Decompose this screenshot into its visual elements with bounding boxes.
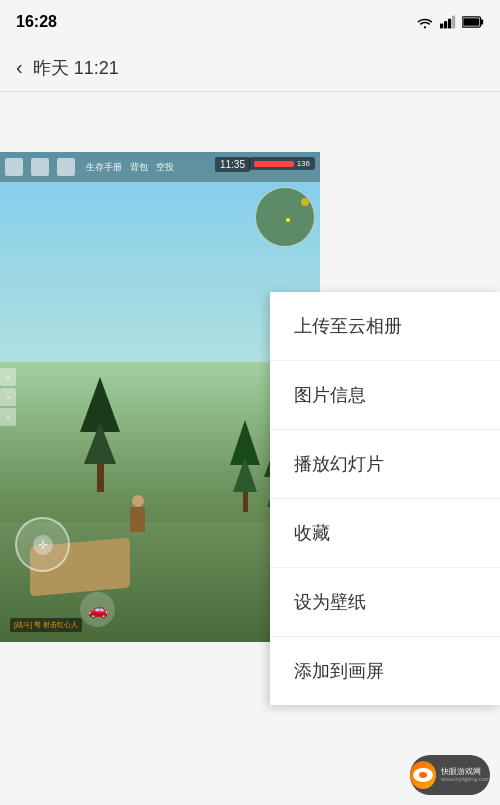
svg-rect-1 (444, 21, 447, 28)
character (130, 495, 145, 532)
nav-title: 昨天 11:21 (33, 56, 119, 80)
svg-rect-3 (452, 16, 455, 29)
logo-circle (410, 761, 436, 789)
side-btn-1: + (0, 368, 16, 386)
game-ui-icon-3 (57, 158, 75, 176)
battery-icon (462, 16, 484, 28)
game-bottom-ui: [战斗] 弩 射击红心人 (10, 618, 82, 632)
side-btn-3: + (0, 408, 16, 426)
status-icons (416, 15, 484, 29)
signal-icon (440, 15, 456, 29)
minimap-marker (301, 198, 309, 206)
menu-item-upload-cloud[interactable]: 上传至云相册 (270, 292, 500, 361)
logo-text: 快眼游戏网 www.kyligting.com (441, 767, 490, 784)
main-content: 生存手册 背包 空投 11:35 (0, 92, 500, 805)
game-top-right: 136 (249, 157, 315, 170)
minimap-player-dot (286, 218, 290, 222)
game-label-3: 空投 (156, 161, 174, 174)
menu-item-image-info[interactable]: 图片信息 (270, 361, 500, 430)
menu-item-favorite[interactable]: 收藏 (270, 499, 500, 568)
context-menu: 上传至云相册 图片信息 播放幻灯片 收藏 设为壁纸 添加到画屏 (270, 292, 500, 705)
svg-rect-6 (463, 18, 479, 26)
menu-item-add-to-screen[interactable]: 添加到画屏 (270, 637, 500, 705)
game-timer: 11:35 (215, 157, 250, 172)
health-bar (254, 161, 294, 167)
weapon-status: [战斗] 弩 射击红心人 (14, 620, 78, 630)
game-ui-icon-2 (31, 158, 49, 176)
minimap (255, 187, 315, 247)
side-btn-2: + (0, 388, 16, 406)
game-ui-icon-1 (5, 158, 23, 176)
tree-3 (80, 377, 120, 492)
wifi-icon (416, 15, 434, 29)
svg-rect-0 (440, 24, 443, 29)
menu-item-set-wallpaper[interactable]: 设为壁纸 (270, 568, 500, 637)
status-bar: 16:28 (0, 0, 500, 44)
joystick: ✛ (15, 517, 70, 572)
back-button[interactable]: ‹ (16, 56, 23, 79)
logo-name: 快眼游戏网 (441, 767, 490, 777)
car-icon: 🚗 (88, 600, 108, 619)
menu-item-slideshow[interactable]: 播放幻灯片 (270, 430, 500, 499)
bottom-logo: 快眼游戏网 www.kyligting.com (410, 755, 490, 795)
health-container: 136 (249, 157, 315, 170)
tree-2 (230, 420, 260, 512)
nav-bar: ‹ 昨天 11:21 (0, 44, 500, 92)
logo-url: www.kyligting.com (441, 776, 490, 783)
status-time: 16:28 (16, 13, 57, 31)
game-side-buttons: + + + (0, 368, 16, 426)
health-value: 136 (297, 159, 310, 168)
weapon-info: [战斗] 弩 射击红心人 (10, 618, 82, 632)
game-bottom-icon: 🚗 (80, 592, 115, 627)
dpad-icon: ✛ (38, 538, 48, 552)
game-label-1: 生存手册 (86, 161, 122, 174)
svg-rect-5 (481, 19, 484, 24)
svg-rect-2 (448, 19, 451, 29)
game-label-2: 背包 (130, 161, 148, 174)
